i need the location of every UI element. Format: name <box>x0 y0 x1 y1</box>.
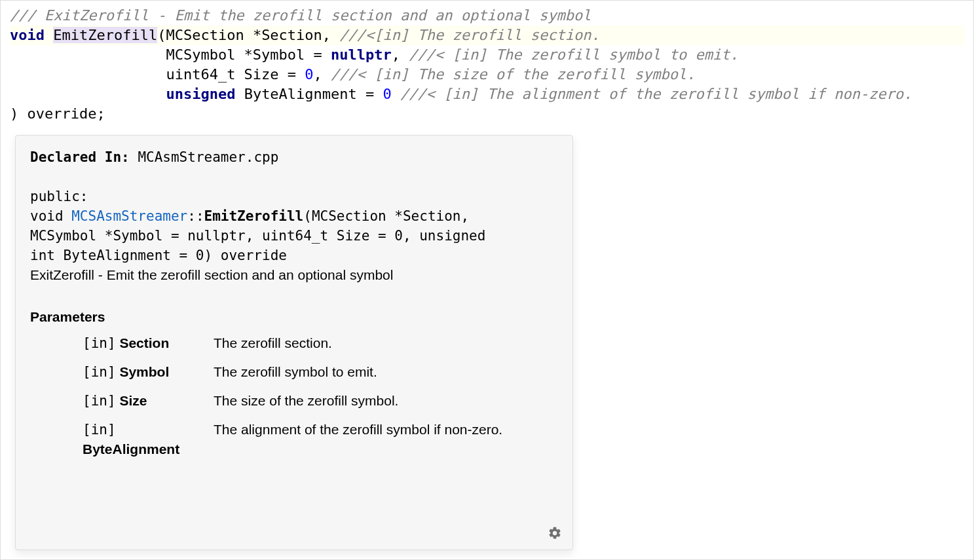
documentation-tooltip: Declared In: MCAsmStreamer.cpp public: v… <box>15 135 573 550</box>
signature-public: public: <box>30 187 558 206</box>
param-row: [in] Size The size of the zerofill symbo… <box>30 391 558 411</box>
code-line: /// ExitZerofill - Emit the zerofill sec… <box>10 6 964 26</box>
code-text: uint64_t Size = <box>10 66 305 83</box>
code-text: (MCSection *Section, <box>157 27 339 43</box>
param-dir: [in] <box>83 335 116 351</box>
declared-in-label: Declared In: <box>30 149 130 165</box>
code-line-highlighted: void EmitZerofill(MCSection *Section, //… <box>10 26 964 45</box>
param-name: Section <box>119 335 169 350</box>
sig-void: void <box>30 208 71 224</box>
code-comment: ///<[in] The zerofill section. <box>339 27 599 43</box>
param-key: [in] ByteAlignment <box>30 420 214 459</box>
keyword-void: void <box>10 27 45 43</box>
literal-zero: 0 <box>305 66 313 83</box>
signature-line: MCSymbol *Symbol = nullptr, uint64_t Siz… <box>30 226 558 246</box>
code-editor[interactable]: /// ExitZerofill - Emit the zerofill sec… <box>1 1 973 129</box>
param-key: [in] Symbol <box>30 362 214 382</box>
declared-in-file: MCAsmStreamer.cpp <box>138 149 278 165</box>
code-comment: /// ExitZerofill - Emit the zerofill sec… <box>10 7 591 24</box>
param-row: [in] Symbol The zerofill symbol to emit. <box>30 362 558 382</box>
code-comment: ///< [in] The alignment of the zerofill … <box>400 86 912 102</box>
param-name: Size <box>119 393 147 408</box>
function-name: EmitZerofill <box>53 27 157 43</box>
code-text: , <box>314 66 331 83</box>
literal-zero: 0 <box>383 86 392 102</box>
signature-line: void MCSAsmStreamer::EmitZerofill(MCSect… <box>30 206 558 226</box>
param-dir: [in] <box>83 393 116 409</box>
declared-in-row: Declared In: MCAsmStreamer.cpp <box>30 147 558 167</box>
code-line: MCSymbol *Symbol = nullptr, ///< [in] Th… <box>10 45 964 65</box>
param-desc: The zerofill section. <box>214 333 558 353</box>
brief-description: ExitZerofill - Emit the zerofill section… <box>30 265 558 285</box>
param-name: Symbol <box>119 364 169 379</box>
code-line: uint64_t Size = 0, ///< [in] The size of… <box>10 65 964 84</box>
code-text: , <box>392 47 409 63</box>
signature-line: int ByteAlignment = 0) override <box>30 246 558 265</box>
code-text <box>392 86 400 102</box>
param-desc: The size of the zerofill symbol. <box>214 391 558 411</box>
param-key: [in] Section <box>30 333 214 353</box>
code-text: ByteAlignment = <box>235 86 383 102</box>
spacer <box>30 167 558 187</box>
param-dir: [in] <box>83 422 116 438</box>
param-name: ByteAlignment <box>83 441 179 457</box>
code-text: MCSymbol *Symbol = <box>10 47 331 63</box>
code-comment: ///< [in] The zerofill symbol to emit. <box>409 47 738 63</box>
keyword-nullptr: nullptr <box>331 47 392 63</box>
code-text <box>10 86 166 102</box>
sig-rest: (MCSection *Section, <box>303 208 469 224</box>
param-desc: The alignment of the zerofill symbol if … <box>214 420 558 439</box>
param-dir: [in] <box>83 364 116 380</box>
sig-sep: :: <box>187 208 204 224</box>
gear-icon[interactable] <box>548 526 562 540</box>
param-key: [in] Size <box>30 391 214 411</box>
keyword-unsigned: unsigned <box>166 86 235 102</box>
code-line: unsigned ByteAlignment = 0 ///< [in] The… <box>10 84 964 104</box>
param-row: [in] Section The zerofill section. <box>30 333 558 353</box>
code-comment: ///< [in] The size of the zerofill symbo… <box>331 66 695 83</box>
param-desc: The zerofill symbol to emit. <box>214 362 558 382</box>
sig-fn: EmitZerofill <box>204 208 304 224</box>
code-line: ) override; <box>10 104 964 124</box>
param-row: [in] ByteAlignment The alignment of the … <box>30 420 558 459</box>
code-text: ) override; <box>10 105 105 122</box>
parameters-heading: Parameters <box>30 307 558 327</box>
sig-class[interactable]: MCSAsmStreamer <box>71 208 187 224</box>
